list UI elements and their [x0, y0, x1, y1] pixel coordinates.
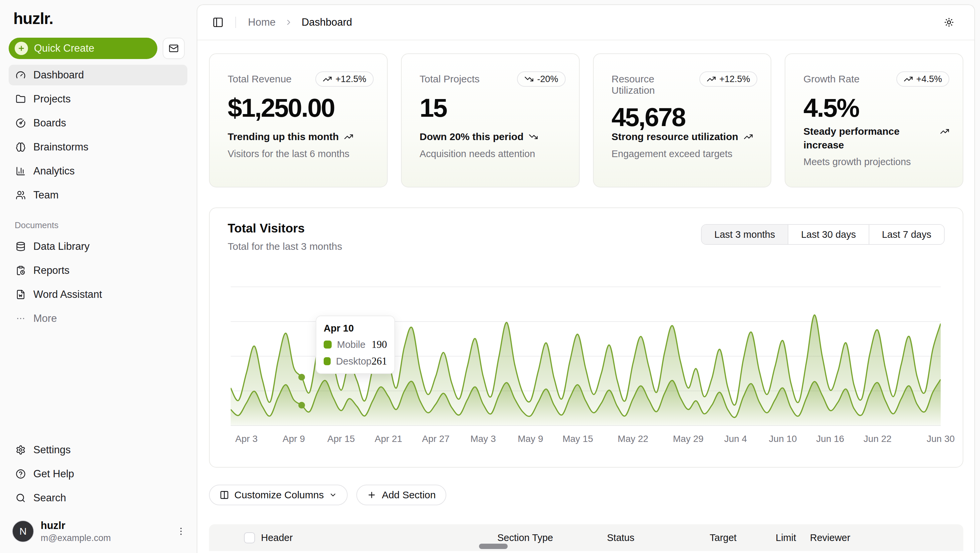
column-header[interactable]: Header — [261, 524, 293, 551]
sidebar-item-label: More — [33, 312, 57, 325]
sidebar-main-nav: Dashboard Projects Boards Brainstorms An… — [9, 65, 187, 209]
sidebar-item-label: Dashboard — [33, 69, 84, 81]
card-value: $1,250.00 — [228, 93, 374, 123]
trending-up-icon — [904, 74, 913, 84]
x-tick-label: Jun 22 — [854, 433, 901, 444]
more-vertical-icon[interactable] — [176, 526, 186, 536]
theme-toggle-button[interactable] — [940, 14, 958, 31]
x-tick-label: Apr 21 — [365, 433, 412, 444]
mail-icon — [169, 43, 179, 53]
range-last-3-months[interactable]: Last 3 months — [702, 225, 788, 244]
brain-icon — [15, 142, 26, 152]
mobile-swatch — [324, 341, 332, 349]
sidebar-footer-nav: Settings Get Help Search — [9, 440, 187, 512]
sidebar-item-data-library[interactable]: Data Library — [9, 236, 187, 257]
range-last-7-days[interactable]: Last 7 days — [869, 225, 944, 244]
select-all-checkbox[interactable] — [244, 532, 255, 543]
card-trend: Steady performance increase — [803, 125, 949, 152]
add-section-button[interactable]: Add Section — [356, 484, 446, 505]
column-header[interactable]: Reviewer — [810, 524, 850, 551]
customize-columns-button[interactable]: Customize Columns — [209, 484, 348, 505]
sidebar-item-label: Data Library — [33, 241, 90, 252]
sidebar-item-more[interactable]: More — [9, 308, 187, 329]
sidebar-item-label: Word Assistant — [33, 288, 102, 301]
user-email: m@example.com — [41, 533, 111, 543]
x-tick-label: Jun 16 — [807, 433, 854, 444]
database-icon — [15, 241, 26, 252]
card-subtext: Engagement exceed targets — [612, 148, 758, 159]
sidebar-item-boards[interactable]: Boards — [9, 113, 187, 134]
quick-create-button[interactable]: Quick Create — [9, 38, 158, 59]
chart-column-icon — [15, 166, 26, 177]
sidebar-item-get-help[interactable]: Get Help — [9, 464, 187, 484]
sidebar-item-label: Team — [33, 189, 59, 201]
horizontal-scrollbar-thumb[interactable] — [479, 543, 508, 549]
ellipsis-icon — [15, 313, 26, 324]
sidebar-item-label: Projects — [33, 93, 71, 105]
x-tick-label: Apr 9 — [270, 433, 317, 444]
sidebar-item-label: Boards — [33, 117, 66, 129]
column-header[interactable]: Status — [607, 524, 634, 551]
chevron-right-icon — [284, 18, 293, 27]
trending-up-icon — [940, 127, 949, 136]
chevron-down-icon — [329, 491, 337, 499]
range-last-30-days[interactable]: Last 30 days — [788, 225, 868, 244]
stat-cards: Total Revenue +12.5% $1,250.00 Trending … — [209, 53, 963, 188]
x-tick-label: Apr 27 — [412, 433, 459, 444]
x-tick-label: May 3 — [460, 433, 506, 444]
avatar: N — [12, 520, 34, 542]
sidebar-item-label: Reports — [33, 265, 70, 276]
sidebar-item-label: Settings — [33, 444, 71, 456]
tooltip-row: Desktop 261 — [324, 355, 387, 367]
x-tick-label: Apr 3 — [223, 433, 270, 444]
plus-icon — [367, 490, 376, 500]
trend-badge: +12.5% — [699, 72, 757, 87]
sidebar: huzlr. Quick Create Dashboard Projects B… — [0, 0, 196, 553]
x-tick-label: May 22 — [610, 433, 656, 444]
inbox-button[interactable] — [163, 38, 185, 59]
sidebar-item-dashboard[interactable]: Dashboard — [9, 65, 187, 85]
sidebar-item-projects[interactable]: Projects — [9, 89, 187, 109]
sidebar-item-analytics[interactable]: Analytics — [9, 161, 187, 182]
card-value: 4.5% — [803, 93, 949, 123]
quick-create-label: Quick Create — [34, 42, 94, 54]
breadcrumb-home[interactable]: Home — [248, 16, 276, 28]
tooltip-row: Mobile 190 — [324, 339, 387, 351]
chart-title: Total Visitors — [228, 222, 305, 236]
sidebar-toggle-button[interactable] — [211, 15, 225, 30]
gauge-icon — [15, 70, 26, 80]
range-segmented-control: Last 3 months Last 30 days Last 7 days — [701, 224, 945, 245]
trend-badge: -20% — [517, 72, 565, 87]
sidebar-item-label: Search — [33, 492, 66, 504]
x-axis-labels: Apr 3Apr 9Apr 15Apr 21Apr 27May 3May 9Ma… — [210, 433, 963, 445]
sidebar-documents-nav: Data Library Reports Word Assistant More — [9, 236, 187, 332]
x-tick-label: Apr 15 — [318, 433, 364, 444]
sidebar-item-search[interactable]: Search — [9, 488, 187, 508]
stat-card-growth-rate: Growth Rate +4.5% 4.5% Steady performanc… — [785, 53, 963, 188]
column-header[interactable]: Target — [710, 524, 737, 551]
x-tick-label: May 15 — [554, 433, 601, 444]
x-tick-label: Jun 10 — [760, 433, 807, 444]
sidebar-item-word-assistant[interactable]: Word Assistant — [9, 284, 187, 305]
column-header[interactable]: Limit — [776, 524, 796, 551]
user-menu[interactable]: N huzlr m@example.com — [12, 518, 186, 545]
chart-tooltip: Apr 10 Mobile 190 Desktop 261 — [316, 316, 395, 374]
sidebar-item-brainstorms[interactable]: Brainstorms — [9, 137, 187, 158]
trend-badge: +4.5% — [896, 72, 949, 87]
table-row — [209, 551, 963, 553]
trending-up-icon — [707, 74, 716, 84]
x-tick-label: May 9 — [507, 433, 554, 444]
trending-down-icon — [529, 132, 538, 142]
top-bar: Home Dashboard — [197, 5, 974, 40]
card-trend: Down 20% this period — [420, 130, 566, 144]
panel-left-icon — [212, 17, 224, 28]
sidebar-item-team[interactable]: Team — [9, 185, 187, 206]
documents-section-label: Documents — [15, 220, 59, 231]
sidebar-item-settings[interactable]: Settings — [9, 440, 187, 460]
breadcrumb: Home Dashboard — [248, 16, 352, 28]
columns-icon — [220, 490, 229, 500]
table-actions: Customize Columns Add Section — [209, 484, 963, 505]
sidebar-item-reports[interactable]: Reports — [9, 260, 187, 281]
card-title: Total Projects — [420, 72, 480, 85]
circle-gauge-icon — [15, 118, 26, 128]
